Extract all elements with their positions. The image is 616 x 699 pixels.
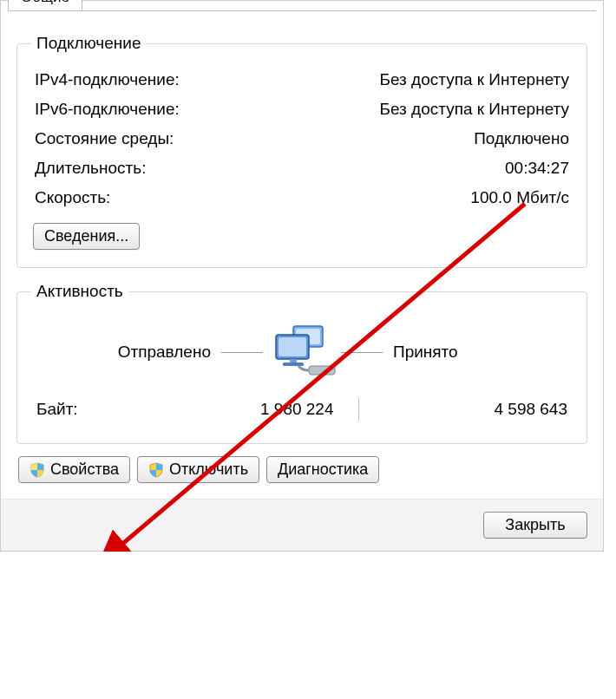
received-label: Принято — [383, 343, 567, 362]
bytes-label: Байт: — [36, 400, 149, 419]
bytes-sent-value: 1 980 224 — [149, 400, 358, 419]
details-button[interactable]: Сведения... — [33, 223, 140, 250]
speed-value: 100.0 Мбит/с — [470, 188, 569, 207]
diagnose-button-label: Диагностика — [278, 461, 368, 479]
row-speed: Скорость: 100.0 Мбит/с — [31, 183, 573, 212]
disable-button-label: Отключить — [169, 461, 248, 479]
tab-general-label: Общие — [21, 0, 69, 5]
speed-label: Скорость: — [35, 188, 110, 207]
connection-legend: Подключение — [31, 34, 146, 53]
properties-button-label: Свойства — [50, 461, 119, 479]
ipv4-label: IPv4-подключение: — [35, 70, 180, 89]
row-ipv4: IPv4-подключение: Без доступа к Интернет… — [31, 65, 573, 95]
properties-button[interactable]: Свойства — [18, 456, 130, 483]
diagnose-button[interactable]: Диагностика — [266, 456, 379, 483]
disable-button[interactable]: Отключить — [137, 456, 259, 483]
tab-general[interactable]: Общие — [8, 0, 82, 10]
svg-rect-5 — [283, 363, 304, 366]
activity-legend: Активность — [31, 282, 128, 301]
shield-icon — [148, 462, 164, 478]
row-media: Состояние среды: Подключено — [31, 124, 573, 154]
media-state-label: Состояние среды: — [35, 129, 174, 148]
connection-status-dialog: Общие Подключение IPv4-подключение: Без … — [0, 0, 604, 552]
svg-rect-6 — [309, 366, 335, 375]
dash-right — [341, 352, 383, 353]
close-button[interactable]: Закрыть — [483, 512, 587, 539]
ipv6-value: Без доступа к Интернету — [379, 100, 569, 119]
ipv4-value: Без доступа к Интернету — [379, 70, 569, 89]
svg-rect-4 — [290, 359, 297, 363]
duration-label: Длительность: — [35, 159, 146, 178]
network-computers-icon — [263, 322, 341, 382]
close-button-label: Закрыть — [505, 516, 565, 534]
duration-value: 00:34:27 — [505, 159, 569, 178]
tab-strip: Общие — [8, 1, 596, 11]
media-state-value: Подключено — [474, 129, 569, 148]
action-button-row: Свойства Отключить Диагностика — [18, 456, 586, 483]
dash-left — [221, 352, 263, 353]
activity-group: Активность Отправлено — [16, 282, 587, 444]
row-duration: Длительность: 00:34:27 — [31, 154, 573, 183]
sent-label: Отправлено — [36, 343, 221, 362]
ipv6-label: IPv6-подключение: — [35, 100, 180, 119]
details-button-label: Сведения... — [44, 227, 128, 245]
svg-rect-3 — [279, 337, 306, 356]
shield-icon — [29, 462, 45, 478]
row-ipv6: IPv6-подключение: Без доступа к Интернет… — [31, 95, 573, 124]
bytes-received-value: 4 598 643 — [359, 400, 568, 419]
dialog-bottom-bar: Закрыть — [1, 499, 603, 551]
connection-group: Подключение IPv4-подключение: Без доступ… — [16, 34, 587, 268]
